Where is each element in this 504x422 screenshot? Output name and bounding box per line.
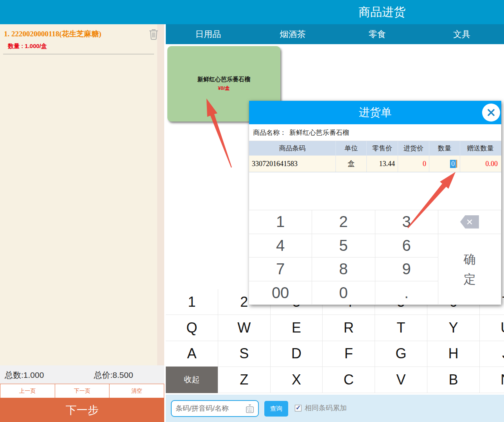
col-purchase-price: 进货价 — [398, 141, 429, 156]
delete-item-button[interactable] — [149, 28, 159, 40]
cart-item-label: 1. 2220020000118(花生芝麻糖) — [0, 24, 157, 39]
keypad-5[interactable]: 5 — [312, 234, 375, 258]
app-header: 商品进货 — [0, 0, 504, 24]
keypad-2[interactable]: 2 — [312, 210, 375, 234]
checkbox-checked-icon[interactable] — [295, 405, 301, 411]
total-count: 总数:1.000 — [5, 370, 44, 381]
key-z[interactable]: Z — [218, 367, 271, 393]
prev-page-button[interactable]: 上一页 — [0, 384, 55, 398]
col-unit: 单位 — [336, 141, 367, 156]
close-icon — [487, 108, 495, 117]
tab-snacks[interactable]: 零食 — [335, 24, 420, 44]
total-price: 总价:8.500 — [94, 370, 133, 381]
key-h[interactable]: H — [427, 341, 480, 367]
col-retail-price: 零售价 — [367, 141, 398, 156]
sidebar-scrollbar[interactable] — [157, 24, 164, 365]
keyboard-row-qwerty: Q W E R T Y U — [166, 315, 504, 341]
keypad-9[interactable]: 9 — [375, 257, 438, 281]
search-bar: 查询 相同条码累加 — [166, 395, 504, 422]
next-step-button[interactable]: 下一步 — [0, 398, 164, 422]
key-u[interactable]: U — [479, 315, 504, 341]
next-page-button[interactable]: 下一页 — [55, 384, 110, 398]
search-box — [171, 400, 259, 417]
keypad-7[interactable]: 7 — [249, 257, 312, 281]
modal-header: 进货单 — [249, 101, 501, 124]
key-d[interactable]: D — [270, 341, 323, 367]
tab-stationery[interactable]: 文具 — [420, 24, 504, 44]
collapse-keyboard-button[interactable]: 收起 — [166, 367, 218, 393]
key-q[interactable]: Q — [166, 315, 218, 341]
purchase-price-cell[interactable]: 0 — [398, 156, 429, 172]
keypad-1[interactable]: 1 — [249, 210, 312, 234]
product-price: ¥0/盒 — [218, 85, 230, 92]
key-c[interactable]: C — [322, 367, 375, 393]
keyboard-row-zxcv: 收起 Z X C V B N — [166, 367, 504, 393]
modal-title: 进货单 — [359, 105, 392, 120]
product-name: 新鲜红心芭乐番石榴 — [197, 76, 250, 83]
tab-daily-goods[interactable]: 日用品 — [166, 24, 250, 44]
pager-row: 上一页 下一页 清空 — [0, 384, 164, 398]
text-caret — [456, 160, 457, 168]
close-button[interactable] — [482, 104, 500, 122]
table-row: 3307201641583 盒 13.44 0 0 0.00 — [249, 156, 501, 172]
key-x[interactable]: X — [270, 367, 323, 393]
cart-sidebar: 1. 2220020000118(花生芝麻糖) 数量 : 1.000/盒 总数:… — [0, 24, 164, 422]
keypad-0[interactable]: 0 — [312, 281, 375, 305]
keypad-4[interactable]: 4 — [249, 234, 312, 258]
clear-button[interactable]: 清空 — [109, 384, 164, 398]
retail-price-cell: 13.44 — [367, 156, 398, 172]
quantity-cell[interactable]: 0 — [429, 156, 460, 172]
keypad-6[interactable]: 6 — [375, 234, 438, 258]
search-input[interactable] — [176, 401, 242, 416]
cart-item-quantity: 数量 : 1.000/盒 — [3, 39, 154, 54]
virtual-keyboard: 1 2 3 4 5 6 7 Q W E R T Y U A S D F G H … — [166, 289, 504, 395]
key-s[interactable]: S — [218, 341, 271, 367]
key-b[interactable]: B — [427, 367, 480, 393]
keypad-3[interactable]: 3 — [375, 210, 438, 234]
purchase-table: 商品条码 单位 零售价 进货价 数量 赠送数量 3307201641583 盒 … — [249, 141, 501, 172]
key-v[interactable]: V — [375, 367, 427, 393]
product-name-value: 新鲜红心芭乐番石榴 — [289, 128, 349, 137]
tab-tobacco-wine-tea[interactable]: 烟酒茶 — [250, 24, 335, 44]
category-tabbar: 日用品 烟酒茶 零食 文具 — [166, 24, 504, 44]
col-gift-quantity: 赠送数量 — [460, 141, 500, 156]
key-y[interactable]: Y — [427, 315, 480, 341]
trash-icon — [149, 28, 159, 40]
key-t[interactable]: T — [375, 315, 427, 341]
table-header-row: 商品条码 单位 零售价 进货价 数量 赠送数量 — [249, 141, 501, 156]
unit-cell: 盒 — [336, 156, 367, 172]
confirm-label: 确定 — [463, 249, 476, 289]
key-j[interactable]: J — [479, 341, 504, 367]
page-title: 商品进货 — [359, 4, 405, 20]
key-g[interactable]: G — [375, 341, 427, 367]
keypad-8[interactable]: 8 — [312, 257, 375, 281]
key-1[interactable]: 1 — [166, 289, 218, 315]
backspace-icon — [460, 215, 479, 229]
keyboard-row-asdf: A S D F G H J — [166, 341, 504, 367]
purchase-order-modal: 进货单 商品名称： 新鲜红心芭乐番石榴 商品条码 单位 零售价 进货价 数量 赠… — [249, 101, 501, 305]
gift-quantity-cell[interactable]: 0.00 — [460, 156, 500, 172]
key-n[interactable]: N — [479, 367, 504, 393]
modal-product-name-row: 商品名称： 新鲜红心芭乐番石榴 — [249, 124, 501, 141]
keyboard-icon[interactable] — [245, 404, 255, 416]
keypad-confirm-button[interactable]: 确定 — [438, 234, 501, 305]
keypad-dot[interactable]: . — [375, 281, 438, 305]
col-quantity: 数量 — [429, 141, 460, 156]
product-name-label: 商品名称： — [253, 128, 286, 137]
same-barcode-accumulate-option[interactable]: 相同条码累加 — [295, 403, 347, 413]
keypad-backspace[interactable] — [438, 210, 501, 234]
totals-bar: 总数:1.000 总价:8.500 — [0, 365, 164, 384]
key-r[interactable]: R — [322, 315, 375, 341]
key-e[interactable]: E — [270, 315, 323, 341]
barcode-cell: 3307201641583 — [249, 156, 336, 172]
cart-item[interactable]: 1. 2220020000118(花生芝麻糖) 数量 : 1.000/盒 — [0, 24, 157, 54]
quantity-selected-value: 0 — [450, 160, 456, 168]
key-a[interactable]: A — [166, 341, 218, 367]
key-w[interactable]: W — [218, 315, 271, 341]
keypad-00[interactable]: 00 — [249, 281, 312, 305]
checkbox-label: 相同条码累加 — [305, 403, 347, 413]
col-barcode: 商品条码 — [249, 141, 336, 156]
query-button[interactable]: 查询 — [264, 401, 288, 417]
key-f[interactable]: F — [322, 341, 375, 367]
pos-stockin-screen: 商品进货 1. 2220020000118(花生芝麻糖) 数量 : 1.000/… — [0, 0, 504, 422]
